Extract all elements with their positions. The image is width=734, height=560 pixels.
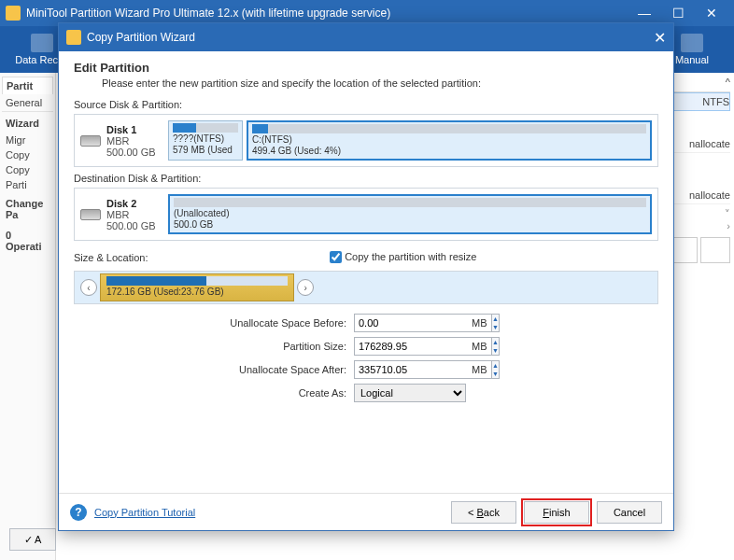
manual-icon	[681, 34, 703, 52]
tab-partition[interactable]: Partit	[2, 77, 53, 94]
sidebar-item-copy-partition[interactable]: Copy	[2, 162, 53, 177]
resize-handle-right[interactable]: ›	[297, 279, 314, 296]
close-icon[interactable]: ✕	[695, 6, 728, 21]
partition-size-label: Partition Size:	[74, 341, 354, 352]
dialog-heading: Edit Partition	[74, 61, 658, 75]
dest-disk-type: MBR	[106, 209, 129, 220]
dialog-subheading: Please enter the new partition size and …	[102, 77, 658, 90]
disk-icon	[80, 135, 101, 147]
dest-partition-0[interactable]: (Unallocated) 500.0 GB	[168, 194, 652, 234]
spin-up-icon[interactable]: ▲	[492, 338, 499, 346]
sidebar: Partit General Wizard Migr Copy Copy Par…	[0, 73, 56, 560]
sidebar-section-wizard: Wizard	[2, 112, 53, 133]
help-icon[interactable]: ?	[70, 504, 87, 521]
spin-down-icon[interactable]: ▼	[492, 323, 499, 331]
sidebar-item-migrate[interactable]: Migr	[2, 133, 53, 147]
sidebar-section-change: Change Pa	[2, 192, 53, 224]
unit-mb: MB	[472, 317, 487, 329]
resize-chunk[interactable]: 172.16 GB (Used:23.76 GB)	[100, 273, 294, 301]
spin-up-icon[interactable]: ▲	[492, 361, 499, 370]
manual-label: Manual	[675, 54, 709, 65]
resize-track[interactable]: ‹ 172.16 GB (Used:23.76 GB) ›	[74, 271, 658, 304]
chevron-right-icon[interactable]: ›	[727, 220, 730, 231]
apply-button[interactable]: ✓ A	[9, 528, 56, 551]
source-disk-label: Source Disk & Partition:	[74, 99, 658, 110]
minimize-icon[interactable]: —	[628, 6, 661, 21]
tab-general[interactable]: General	[2, 94, 53, 112]
dest-disk-size: 500.00 GB	[106, 220, 156, 231]
copy-partition-wizard-dialog: Copy Partition Wizard ✕ Edit Partition P…	[58, 22, 674, 531]
finish-button[interactable]: Finish	[524, 501, 589, 524]
resize-handle-left[interactable]: ‹	[80, 279, 97, 296]
tutorial-link[interactable]: Copy Partition Tutorial	[94, 507, 195, 518]
spin-up-icon[interactable]: ▲	[492, 315, 499, 323]
sidebar-item-partition-recovery[interactable]: Parti	[2, 177, 53, 192]
spin-down-icon[interactable]: ▼	[492, 346, 499, 355]
sidebar-operations: 0 Operati	[2, 224, 53, 256]
unalloc-before-label: Unallocate Space Before:	[74, 317, 354, 329]
app-icon	[6, 6, 21, 21]
unalloc-after-label: Unallocate Space After:	[74, 364, 354, 375]
disk-thumb[interactable]	[700, 237, 730, 263]
unit-mb: MB	[472, 364, 487, 375]
disk-icon	[80, 209, 101, 220]
create-as-select[interactable]: Logical	[354, 384, 466, 402]
source-disk-panel: Disk 1 MBR 500.00 GB ????(NTFS) 579 MB (…	[74, 114, 658, 167]
create-as-label: Create As:	[74, 387, 354, 399]
dest-disk-panel: Disk 2 MBR 500.00 GB (Unallocated) 500.0…	[74, 188, 658, 241]
spin-down-icon[interactable]: ▼	[492, 370, 499, 378]
source-disk-name: Disk 1	[106, 124, 156, 135]
unit-mb: MB	[472, 341, 487, 352]
wizard-icon	[66, 30, 81, 45]
source-disk-size: 500.00 GB	[106, 147, 156, 158]
copy-with-resize-label[interactable]: Copy the partition with resize	[345, 251, 476, 262]
sidebar-item-copy-disk[interactable]: Copy	[2, 147, 53, 162]
dialog-title: Copy Partition Wizard	[87, 31, 195, 44]
source-partition-0[interactable]: ????(NTFS) 579 MB (Used	[168, 120, 243, 161]
cancel-button[interactable]: Cancel	[597, 501, 662, 524]
size-location-label: Size & Location:	[74, 252, 148, 263]
data-recovery-icon	[31, 34, 53, 52]
back-button[interactable]: < Back	[451, 501, 516, 524]
dest-disk-name: Disk 2	[106, 198, 156, 209]
source-disk-type: MBR	[106, 135, 129, 147]
maximize-icon[interactable]: ☐	[661, 6, 695, 21]
resize-chunk-label: 172.16 GB (Used:23.76 GB)	[106, 287, 224, 297]
dialog-close-icon[interactable]: ✕	[654, 29, 666, 47]
source-partition-1[interactable]: C:(NTFS) 499.4 GB (Used: 4%)	[247, 120, 652, 161]
dest-disk-label: Destination Disk & Partition:	[74, 173, 658, 184]
chevron-down-icon[interactable]: ˅	[725, 208, 730, 219]
app-title: MiniTool Partition Wizard Pro Ultimate 1…	[26, 7, 390, 20]
copy-with-resize-checkbox[interactable]	[330, 251, 342, 263]
